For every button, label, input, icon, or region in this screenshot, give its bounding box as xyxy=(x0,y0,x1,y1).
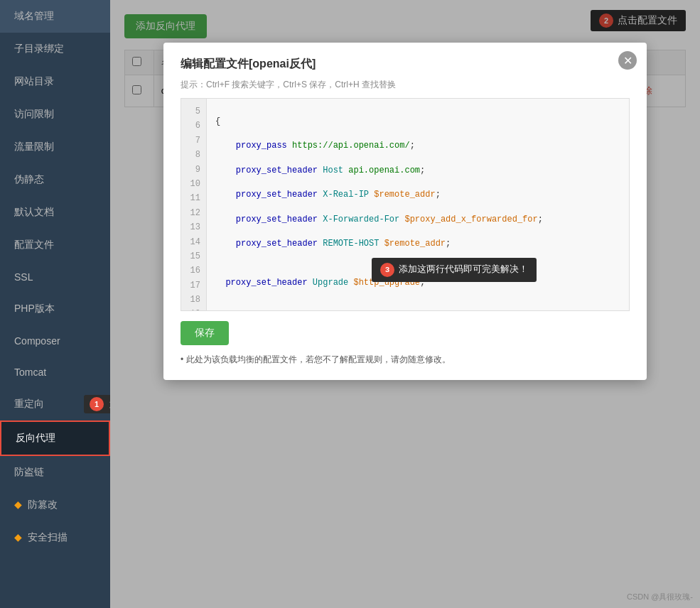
code-line-5: { xyxy=(215,114,620,129)
step1-badge: 1 第一步 xyxy=(84,395,110,413)
sidebar-item-redirect[interactable]: 重定向 1 第一步 xyxy=(0,388,110,420)
main-content: 2 点击配置文件 添加反向代理 名称 代理目录 目标url 缓存 状态 操作 o… xyxy=(110,0,700,608)
code-line-6: proxy_pass https://api.openai.com/; xyxy=(215,139,620,153)
code-line-9: proxy_set_header X-Forwarded-For $proxy_… xyxy=(215,212,620,227)
sidebar-item-access-limit[interactable]: 访问限制 xyxy=(0,98,110,131)
sidebar-item-pseudo-static[interactable]: 伪静态 xyxy=(0,163,110,196)
sidebar-item-subdir[interactable]: 子目录绑定 xyxy=(0,33,110,65)
code-editor[interactable]: 56789 1011121314 1516171819 2021222324 {… xyxy=(181,98,630,311)
code-line-8: proxy_set_header X-Real-IP $remote_addr; xyxy=(215,188,620,202)
modal: ✕ 编辑配置文件[openai反代] 提示：Ctrl+F 搜索关键字，Ctrl+… xyxy=(163,43,647,380)
modal-footer-note: 此处为该负载均衡的配置文件，若您不了解配置规则，请勿随意修改。 xyxy=(181,354,630,366)
modal-title: 编辑配置文件[openai反代] xyxy=(181,57,630,72)
step3-popup: 3 添加这两行代码即可完美解决！ xyxy=(372,258,537,282)
step1-circle: 1 xyxy=(90,397,104,411)
code-content[interactable]: { proxy_pass https://api.openai.com/; pr… xyxy=(207,99,629,310)
sidebar-item-reverse-proxy[interactable]: 反向代理 xyxy=(0,420,110,456)
sidebar-item-security-scan[interactable]: ◆ 安全扫描 xyxy=(0,521,110,554)
sidebar-item-domain[interactable]: 域名管理 xyxy=(0,0,110,33)
sidebar-item-php[interactable]: PHP版本 xyxy=(0,293,110,325)
save-button[interactable]: 保存 xyxy=(181,321,229,345)
sidebar: 域名管理 子目录绑定 网站目录 访问限制 流量限制 伪静态 默认文档 配置文件 … xyxy=(0,0,110,608)
diamond-icon-tamper: ◆ xyxy=(14,499,22,510)
diamond-icon-security: ◆ xyxy=(14,531,22,543)
sidebar-item-composer[interactable]: Composer xyxy=(0,325,110,357)
sidebar-item-tamper-proof[interactable]: ◆ 防篡改 xyxy=(0,489,110,521)
modal-close-button[interactable]: ✕ xyxy=(618,51,637,70)
sidebar-item-default-doc[interactable]: 默认文档 xyxy=(0,196,110,229)
modal-hint: 提示：Ctrl+F 搜索关键字，Ctrl+S 保存，Ctrl+H 查找替换 xyxy=(181,79,630,91)
sidebar-item-config-file[interactable]: 配置文件 xyxy=(0,229,110,261)
line-numbers: 56789 1011121314 1516171819 2021222324 xyxy=(181,99,207,310)
code-line-11: proxy_set_header Upgrade $http_upgrade; … xyxy=(215,261,620,304)
modal-overlay: ✕ 编辑配置文件[openai反代] 提示：Ctrl+F 搜索关键字，Ctrl+… xyxy=(110,0,700,608)
sidebar-item-hotlink[interactable]: 防盗链 xyxy=(0,456,110,489)
sidebar-item-website-dir[interactable]: 网站目录 xyxy=(0,65,110,98)
sidebar-item-traffic-limit[interactable]: 流量限制 xyxy=(0,131,110,163)
code-line-7: proxy_set_header Host api.openai.com; xyxy=(215,163,620,178)
sidebar-item-tomcat[interactable]: Tomcat xyxy=(0,357,110,388)
step3-circle: 3 xyxy=(380,263,394,277)
sidebar-item-ssl[interactable]: SSL xyxy=(0,261,110,293)
code-line-10: proxy_set_header REMOTE-HOST $remote_add… xyxy=(215,237,620,251)
